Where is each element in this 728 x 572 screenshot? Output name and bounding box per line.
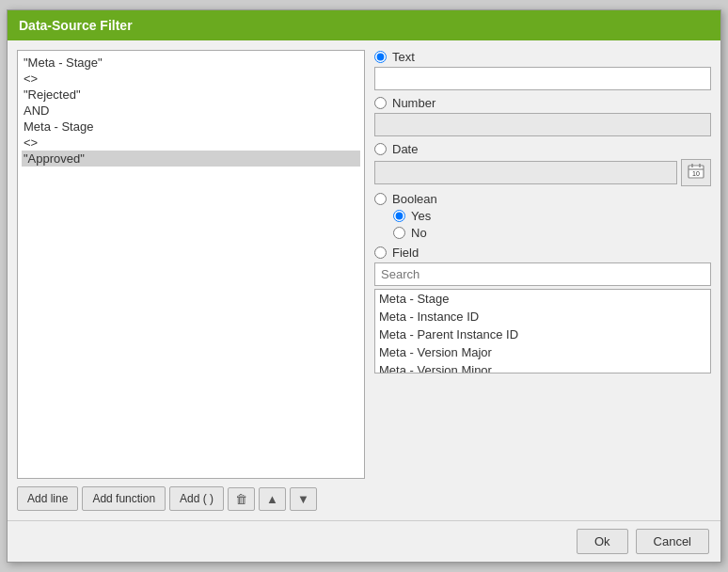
move-down-button[interactable]: ▼ [290, 487, 317, 511]
toolbar: Add line Add function Add ( ) 🗑 ▲ ▼ [17, 479, 365, 511]
number-label[interactable]: Number [392, 96, 435, 110]
field-label[interactable]: Field [392, 246, 419, 260]
right-panel: Text Approved Number Date [374, 50, 711, 511]
filter-expression-area[interactable]: "Meta - Stage"<>"Rejected"ANDMeta - Stag… [17, 50, 365, 479]
no-radio[interactable] [393, 227, 405, 239]
number-input[interactable] [374, 113, 711, 136]
delete-button[interactable]: 🗑 [228, 487, 255, 511]
text-label[interactable]: Text [392, 50, 415, 64]
field-section: Field Meta - StageMeta - Instance IDMeta… [374, 246, 711, 373]
field-list-item[interactable]: Meta - Version Minor [375, 361, 710, 373]
filter-line[interactable]: "Rejected" [22, 87, 360, 103]
field-search-input[interactable] [374, 262, 711, 286]
filter-line[interactable]: "Approved" [22, 151, 360, 167]
left-panel: "Meta - Stage"<>"Rejected"ANDMeta - Stag… [17, 50, 365, 511]
no-radio-row: No [393, 226, 711, 240]
ok-button[interactable]: Ok [577, 529, 628, 554]
date-label[interactable]: Date [392, 142, 418, 156]
filter-line[interactable]: Meta - Stage [22, 119, 360, 135]
dialog-footer: Ok Cancel [8, 520, 720, 562]
field-list[interactable]: Meta - StageMeta - Instance IDMeta - Par… [374, 289, 711, 373]
field-list-item[interactable]: Meta - Instance ID [375, 308, 710, 326]
add-parens-button[interactable]: Add ( ) [169, 486, 224, 511]
yes-radio-row: Yes [393, 209, 711, 223]
field-list-wrapper: Meta - StageMeta - Instance IDMeta - Par… [374, 289, 711, 373]
number-section: Number [374, 96, 711, 136]
number-radio-row: Number [374, 96, 711, 110]
add-function-button[interactable]: Add function [82, 486, 166, 511]
yes-radio[interactable] [393, 210, 405, 222]
date-radio[interactable] [374, 143, 387, 155]
boolean-label[interactable]: Boolean [392, 192, 437, 206]
move-up-button[interactable]: ▲ [259, 487, 286, 511]
dialog-header: Data-Source Filter [8, 10, 720, 40]
yes-label[interactable]: Yes [411, 209, 431, 223]
filter-line[interactable]: "Meta - Stage" [22, 55, 360, 71]
calendar-icon: 10 [688, 163, 704, 180]
field-list-item[interactable]: Meta - Version Major [375, 343, 710, 361]
boolean-sub-options: Yes No [393, 209, 711, 240]
cancel-button[interactable]: Cancel [636, 529, 709, 554]
date-input[interactable] [374, 161, 677, 184]
boolean-radio-row: Boolean [374, 192, 711, 206]
filter-line[interactable]: <> [22, 71, 360, 87]
calendar-button[interactable]: 10 [681, 159, 711, 186]
field-radio[interactable] [374, 246, 387, 259]
field-list-item[interactable]: Meta - Parent Instance ID [375, 326, 710, 343]
add-line-button[interactable]: Add line [17, 486, 78, 511]
no-label[interactable]: No [411, 226, 427, 240]
text-radio-row: Text [374, 50, 711, 64]
dialog-body: "Meta - Stage"<>"Rejected"ANDMeta - Stag… [8, 40, 720, 520]
dialog-title: Data-Source Filter [19, 18, 133, 33]
date-section: Date 10 [374, 142, 711, 186]
number-radio[interactable] [374, 97, 387, 109]
text-radio[interactable] [374, 51, 387, 63]
field-list-item[interactable]: Meta - Stage [375, 290, 710, 308]
date-input-row: 10 [374, 159, 711, 186]
boolean-section: Boolean Yes No [374, 192, 711, 240]
text-input[interactable]: Approved [374, 67, 711, 90]
date-radio-row: Date [374, 142, 711, 156]
boolean-radio[interactable] [374, 193, 387, 205]
text-section: Text Approved [374, 50, 711, 90]
filter-line[interactable]: AND [22, 103, 360, 119]
field-radio-row: Field [374, 246, 711, 260]
filter-line[interactable]: <> [22, 135, 360, 151]
svg-text:10: 10 [692, 170, 700, 177]
dialog: Data-Source Filter "Meta - Stage"<>"Reje… [7, 9, 721, 563]
